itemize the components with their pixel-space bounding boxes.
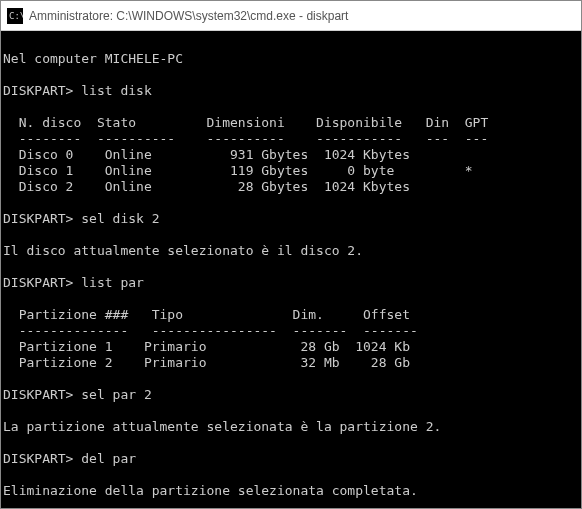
cmd-sel-disk: sel disk 2: [73, 211, 159, 226]
disk-table-header: N. disco Stato Dimensioni Disponibile Di…: [3, 115, 488, 130]
terminal-output[interactable]: Nel computer MICHELE-PC DISKPART> list d…: [1, 31, 581, 508]
disk-row: Disco 2 Online 28 Gbytes 1024 Kbytes: [3, 179, 410, 194]
prompt: DISKPART>: [3, 275, 73, 290]
disk-table-divider: -------- ---------- ---------- ---------…: [3, 131, 488, 146]
prompt: DISKPART>: [3, 211, 73, 226]
cmd-list-disk: list disk: [73, 83, 151, 98]
par-table-header: Partizione ### Tipo Dim. Offset: [3, 307, 410, 322]
par-row: Partizione 1 Primario 28 Gb 1024 Kb: [3, 339, 410, 354]
msg-sel-par: La partizione attualmente selezionata è …: [3, 419, 441, 434]
disk-row: Disco 0 Online 931 Gbytes 1024 Kbytes: [3, 147, 410, 162]
window-title: Amministratore: C:\WINDOWS\system32\cmd.…: [29, 9, 348, 23]
par-row: Partizione 2 Primario 32 Mb 28 Gb: [3, 355, 410, 370]
disk-row: Disco 1 Online 119 Gbytes 0 byte *: [3, 163, 473, 178]
cmd-icon: C:\: [7, 8, 23, 24]
svg-text:C:\: C:\: [9, 11, 23, 21]
cmd-del-par: del par: [73, 451, 136, 466]
prompt: DISKPART>: [3, 451, 73, 466]
msg-sel-disk: Il disco attualmente selezionato è il di…: [3, 243, 363, 258]
par-table-divider: -------------- ---------------- ------- …: [3, 323, 418, 338]
window-titlebar[interactable]: C:\ Amministratore: C:\WINDOWS\system32\…: [1, 1, 581, 31]
cmd-list-par: list par: [73, 275, 143, 290]
computer-line: Nel computer MICHELE-PC: [3, 51, 183, 66]
prompt: DISKPART>: [3, 83, 73, 98]
msg-del-par: Eliminazione della partizione selezionat…: [3, 483, 418, 498]
cmd-sel-par: sel par 2: [73, 387, 151, 402]
prompt: DISKPART>: [3, 387, 73, 402]
